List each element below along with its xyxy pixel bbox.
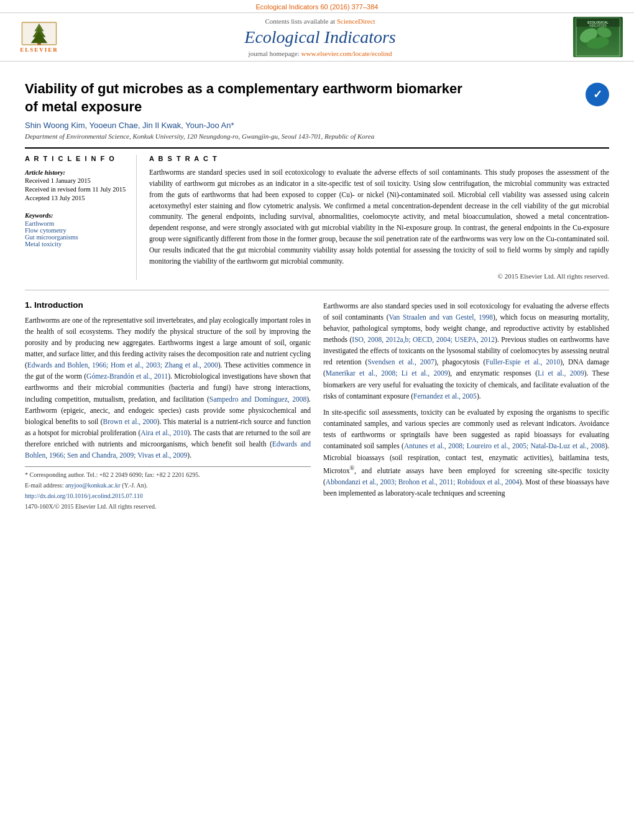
- journal-thumbnail-area: ECOLOGICAL INDICATORS: [561, 17, 623, 57]
- article-title: Viability of gut microbes as a complemen…: [25, 80, 578, 116]
- intro-paragraph-1: Earthworms are one of the representative…: [25, 315, 311, 461]
- doi-line: http://dx.doi.org/10.1016/j.ecolind.2015…: [25, 492, 311, 501]
- keyword-1: Earthworm: [25, 220, 127, 227]
- main-right-column: Earthworms are also standard species use…: [323, 300, 609, 513]
- section-divider: [25, 290, 609, 290]
- received-date: Received 1 January 2015: [25, 177, 127, 184]
- crossmark-badge[interactable]: ✓: [586, 83, 609, 106]
- issn-line: 1470-160X/© 2015 Elsevier Ltd. All right…: [25, 502, 311, 511]
- journal-cover-image: ECOLOGICAL INDICATORS: [573, 17, 623, 57]
- svg-text:INDICATORS: INDICATORS: [589, 24, 606, 27]
- journal-cover-svg: ECOLOGICAL INDICATORS: [573, 17, 623, 57]
- keyword-3: Gut microorganisms: [25, 234, 127, 241]
- keywords-label: Keywords:: [25, 212, 53, 219]
- section1-heading: 1. Introduction: [25, 300, 311, 310]
- sciencedirect-link[interactable]: ScienceDirect: [337, 17, 375, 25]
- article-info-panel: A R T I C L E I N F O Article history: R…: [25, 155, 137, 279]
- keyword-4: Metal toxicity: [25, 241, 127, 247]
- contents-line: Contents lists available at ScienceDirec…: [80, 17, 561, 25]
- history-label: Article history:: [25, 169, 65, 176]
- revised-date: Received in revised form 11 July 2015: [25, 186, 127, 193]
- abstract-panel: A B S T R A C T Earthworms are standard …: [149, 155, 609, 279]
- article-info-title: A R T I C L E I N F O: [25, 155, 127, 162]
- article-title-section: Viability of gut microbes as a complemen…: [25, 80, 609, 140]
- abstract-title: A B S T R A C T: [149, 155, 609, 162]
- journal-main-title: Ecological Indicators: [80, 27, 561, 47]
- abstract-text: Earthworms are standard species used in …: [149, 167, 609, 267]
- intro-paragraph-right-2: In site-specific soil assessments, toxic…: [323, 407, 609, 499]
- footnote-email: E-mail address: anyjoo@konkuk.ac.kr (Y.-…: [25, 481, 311, 490]
- journal-title-area: Contents lists available at ScienceDirec…: [80, 17, 561, 57]
- affiliation-line: Department of Environmental Science, Kon…: [25, 132, 609, 140]
- intro-paragraph-right-1: Earthworms are also standard species use…: [323, 300, 609, 402]
- email-link[interactable]: anyjoo@konkuk.ac.kr: [65, 482, 121, 489]
- homepage-line: journal homepage: www.elsevier.com/locat…: [80, 50, 561, 57]
- elsevier-logo-area: ELSEVIER: [11, 19, 80, 56]
- journal-ref-text: Ecological Indicators 60 (2016) 377–384: [256, 3, 379, 11]
- accepted-date: Accepted 13 July 2015: [25, 195, 127, 201]
- footnote-corresponding: * Corresponding author. Tel.: +82 2 2049…: [25, 471, 311, 479]
- main-left-column: 1. Introduction Earthworms are one of th…: [25, 300, 311, 513]
- copyright-line: © 2015 Elsevier Ltd. All rights reserved…: [149, 272, 609, 280]
- journal-header: ELSEVIER Contents lists available at Sci…: [0, 12, 634, 62]
- footnote-area: * Corresponding author. Tel.: +82 2 2049…: [25, 466, 311, 511]
- authors-line: Shin Woong Kim, Yooeun Chae, Jin Il Kwak…: [25, 121, 609, 130]
- elsevier-wordmark: ELSEVIER: [20, 47, 58, 53]
- journal-reference-bar: Ecological Indicators 60 (2016) 377–384: [0, 0, 634, 12]
- keyword-2: Flow cytometry: [25, 227, 127, 234]
- elsevier-tree-icon: [21, 22, 58, 45]
- homepage-url[interactable]: www.elsevier.com/locate/ecolind: [301, 50, 392, 57]
